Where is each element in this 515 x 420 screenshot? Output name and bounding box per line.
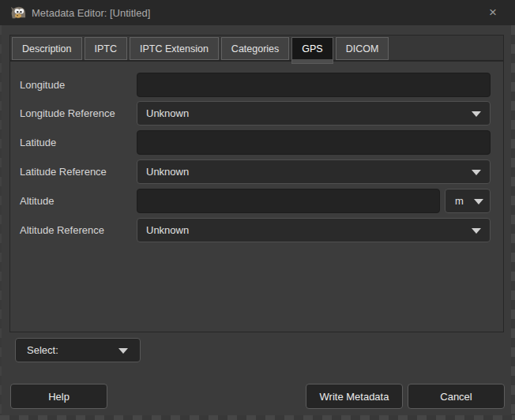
altitude-unit-value: m bbox=[455, 195, 464, 207]
window-resize-edge-bottom[interactable] bbox=[0, 415, 515, 420]
latitude-reference-value: Unknown bbox=[146, 166, 189, 178]
altitude-label: Altitude bbox=[20, 195, 137, 207]
altitude-reference-value: Unknown bbox=[146, 224, 189, 236]
tab-dicom[interactable]: DICOM bbox=[336, 37, 389, 60]
latitude-reference-row: Latitude Reference Unknown bbox=[20, 159, 491, 184]
latitude-row: Latitude bbox=[20, 130, 491, 155]
latitude-reference-select[interactable]: Unknown bbox=[137, 159, 491, 184]
window-resize-edge-left[interactable] bbox=[0, 25, 2, 415]
select-dropdown-label: Select: bbox=[27, 344, 58, 356]
altitude-row: Altitude m bbox=[20, 189, 491, 213]
altitude-reference-label: Altitude Reference bbox=[20, 224, 137, 236]
help-button[interactable]: Help bbox=[10, 384, 107, 409]
chevron-down-icon bbox=[118, 348, 128, 354]
latitude-label: Latitude bbox=[20, 137, 137, 148]
select-dropdown[interactable]: Select: bbox=[15, 338, 141, 362]
metadata-editor-dialog: Metadata Editor: [Untitled] × Descriptio… bbox=[0, 0, 515, 420]
chevron-down-icon bbox=[472, 228, 481, 234]
window-resize-edge-right[interactable] bbox=[511, 25, 515, 415]
tab-description[interactable]: Description bbox=[12, 37, 82, 60]
longitude-row: Longitude bbox=[20, 73, 491, 97]
tab-gps[interactable]: GPS bbox=[291, 37, 333, 60]
altitude-reference-select[interactable]: Unknown bbox=[137, 218, 491, 242]
cancel-button[interactable]: Cancel bbox=[408, 384, 505, 409]
altitude-reference-row: Altitude Reference Unknown bbox=[20, 218, 491, 242]
altitude-unit-select[interactable]: m bbox=[445, 189, 491, 213]
chevron-down-icon bbox=[472, 111, 481, 117]
close-icon[interactable]: × bbox=[482, 0, 504, 25]
longitude-reference-row: Longitude Reference Unknown bbox=[20, 101, 491, 126]
latitude-input[interactable] bbox=[137, 130, 491, 155]
tab-iptc-extension[interactable]: IPTC Extension bbox=[130, 37, 219, 60]
write-metadata-button[interactable]: Write Metadata bbox=[306, 384, 403, 409]
gimp-wilber-icon bbox=[9, 5, 27, 21]
longitude-label: Longitude bbox=[20, 79, 137, 91]
altitude-input[interactable] bbox=[137, 189, 440, 213]
chevron-down-icon bbox=[472, 170, 481, 175]
latitude-reference-label: Latitude Reference bbox=[20, 166, 137, 178]
window-title: Metadata Editor: [Untitled] bbox=[32, 7, 150, 19]
gps-tab-panel: Longitude Longitude Reference Unknown La… bbox=[9, 61, 504, 332]
tab-categories[interactable]: Categories bbox=[221, 37, 289, 60]
chevron-down-icon bbox=[474, 199, 483, 204]
longitude-reference-value: Unknown bbox=[146, 107, 189, 119]
titlebar[interactable]: Metadata Editor: [Untitled] × bbox=[0, 0, 515, 25]
tab-iptc[interactable]: IPTC bbox=[85, 37, 127, 60]
longitude-reference-label: Longitude Reference bbox=[20, 107, 137, 119]
tab-bar: Description IPTC IPTC Extension Categori… bbox=[9, 35, 504, 61]
longitude-input[interactable] bbox=[137, 73, 491, 97]
longitude-reference-select[interactable]: Unknown bbox=[137, 101, 491, 126]
